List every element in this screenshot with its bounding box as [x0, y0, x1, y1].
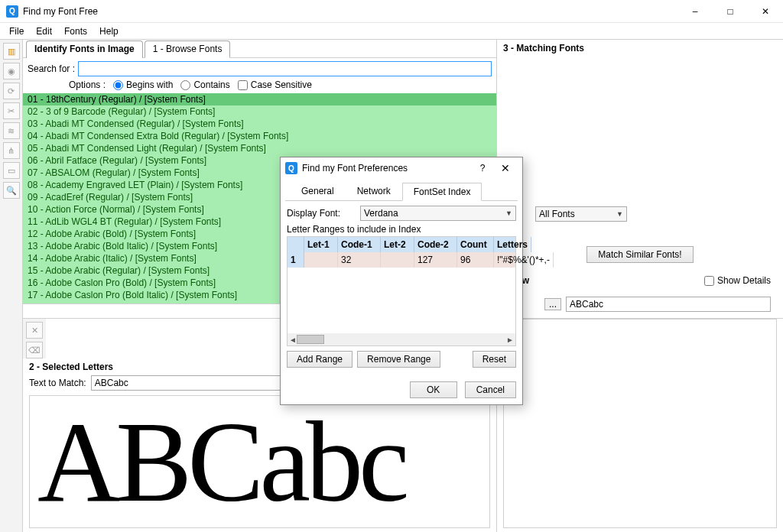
- search-input[interactable]: [78, 61, 492, 76]
- cancel-button[interactable]: Cancel: [465, 381, 516, 398]
- scroll-thumb[interactable]: [297, 335, 324, 344]
- option-contains[interactable]: Contains: [180, 79, 229, 90]
- preferences-dialog: Q Find my Font Preferences ? ✕ General N…: [280, 157, 523, 405]
- dialog-title: Find my Font Preferences: [302, 163, 472, 174]
- group-search-combo[interactable]: All Fonts▼: [535, 206, 627, 222]
- search-label: Search for :: [28, 63, 75, 74]
- dialog-tab-network[interactable]: Network: [346, 182, 402, 200]
- maximize-button[interactable]: □: [713, 0, 748, 22]
- text-to-match-label: Text to Match:: [29, 378, 86, 388]
- chevron-down-icon: ▼: [616, 210, 623, 218]
- grid-hscroll[interactable]: ◄►: [288, 333, 515, 345]
- dialog-tab-fontset[interactable]: FontSet Index: [402, 183, 482, 201]
- options-label: Options :: [69, 79, 106, 90]
- app-icon: Q: [6, 5, 18, 18]
- scroll-right-icon[interactable]: ►: [506, 336, 514, 344]
- add-range-button[interactable]: Add Range: [287, 351, 353, 368]
- list-item[interactable]: 03 - Abadi MT Condensed (Regular) / [Sys…: [23, 118, 496, 130]
- ranges-grid[interactable]: Let-1 Code-1 Let-2 Code-2 Count Letters …: [287, 236, 516, 346]
- check-case[interactable]: [238, 80, 248, 90]
- menu-file[interactable]: File: [3, 24, 30, 38]
- tool-baseline-icon[interactable]: ≋: [3, 122, 20, 139]
- preview-text: ABCabc: [37, 396, 405, 527]
- display-font-combo[interactable]: Verdana▼: [360, 206, 516, 221]
- option-begins[interactable]: Begins with: [113, 79, 173, 90]
- menu-fonts[interactable]: Fonts: [58, 24, 93, 38]
- tool-open-image-icon[interactable]: ▥: [3, 43, 20, 60]
- preview-area: ABCabc: [29, 395, 490, 528]
- dialog-help-button[interactable]: ?: [472, 163, 493, 174]
- grid-row[interactable]: 1 32 127 96 !"#$%&'()*+,-: [288, 252, 515, 268]
- tool-select-icon[interactable]: ▭: [3, 162, 20, 179]
- list-item[interactable]: 02 - 3 of 9 Barcode (Regular) / [System …: [23, 105, 496, 118]
- menu-help[interactable]: Help: [93, 24, 125, 38]
- ok-button[interactable]: OK: [410, 381, 457, 398]
- dialog-close-button[interactable]: ✕: [493, 162, 518, 174]
- list-item[interactable]: 01 - 18thCentury (Regular) / [System Fon…: [23, 93, 496, 105]
- window-title: Find my Font Free: [23, 6, 677, 17]
- dialog-app-icon: Q: [285, 162, 297, 174]
- try-input[interactable]: [566, 297, 771, 312]
- font-preview-area: [503, 319, 777, 528]
- reset-button[interactable]: Reset: [473, 351, 516, 368]
- try-browse-button[interactable]: ...: [544, 298, 561, 310]
- tool-zoom-icon[interactable]: ✂: [3, 102, 20, 119]
- option-case[interactable]: Case Sensitive: [238, 79, 312, 90]
- list-item[interactable]: 05 - Abadi MT Condensed Light (Regular) …: [23, 142, 496, 154]
- tab-browse[interactable]: 1 - Browse Fonts: [145, 41, 231, 58]
- ranges-caption: Letter Ranges to include in Index: [287, 224, 516, 235]
- tool-clearall-icon[interactable]: ⌫: [26, 342, 43, 358]
- titlebar: Q Find my Font Free – □ ✕: [0, 0, 783, 23]
- font-preview-panel: [497, 319, 783, 532]
- radio-begins[interactable]: [113, 80, 123, 90]
- tool-rotate-icon[interactable]: ⟳: [3, 83, 20, 99]
- dialog-tab-general[interactable]: General: [290, 182, 346, 200]
- matching-title: 3 - Matching Fonts: [497, 40, 783, 57]
- remove-range-button[interactable]: Remove Range: [357, 351, 440, 368]
- tool-magnify-icon[interactable]: 🔍: [3, 182, 20, 199]
- chevron-down-icon: ▼: [505, 209, 512, 217]
- menu-edit[interactable]: Edit: [30, 24, 58, 38]
- show-details-check[interactable]: Show Details: [704, 275, 771, 286]
- dialog-titlebar[interactable]: Q Find my Font Preferences ? ✕: [281, 157, 522, 179]
- tab-identify[interactable]: Identify Fonts in Image: [26, 41, 143, 58]
- minimize-button[interactable]: –: [677, 0, 713, 22]
- tool-split-icon[interactable]: ⋔: [3, 142, 20, 159]
- radio-contains[interactable]: [180, 80, 190, 90]
- tool-erase-icon[interactable]: ✕: [26, 322, 43, 339]
- close-button[interactable]: ✕: [748, 0, 783, 22]
- match-similar-button[interactable]: Match Similar Fonts!: [586, 246, 693, 263]
- display-font-label: Display Font:: [287, 208, 356, 219]
- left-toolbar: ▥ ◉ ⟳ ✂ ≋ ⋔ ▭ 🔍: [0, 40, 23, 532]
- list-item[interactable]: 04 - Abadi MT Condensed Extra Bold (Regu…: [23, 130, 496, 142]
- scroll-left-icon[interactable]: ◄: [289, 336, 297, 344]
- tool-camera-icon[interactable]: ◉: [3, 63, 20, 79]
- menubar: File Edit Fonts Help: [0, 23, 783, 40]
- matching-panel: 3 - Matching Fonts rch: All Fonts▼ h: Ma…: [497, 40, 783, 319]
- grid-header: Let-1 Code-1 Let-2 Code-2 Count Letters: [288, 237, 515, 252]
